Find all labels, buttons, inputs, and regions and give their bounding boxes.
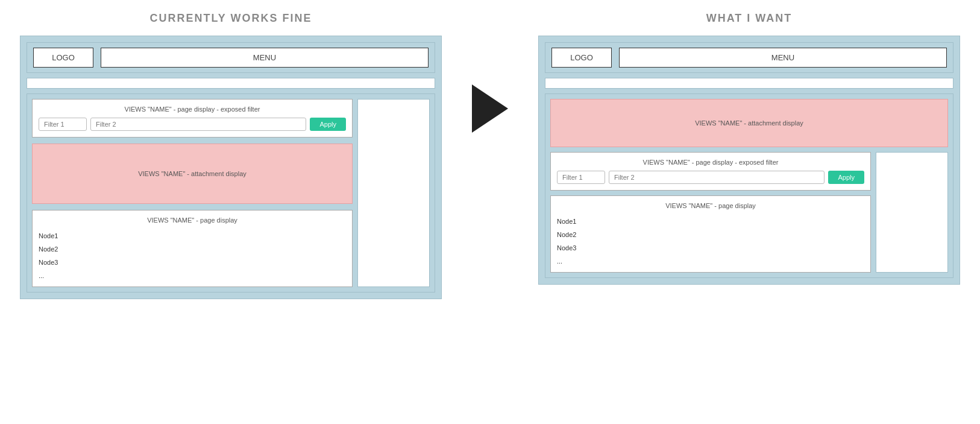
right-attachment-label: VIEWS "NAME" - attachment display (695, 119, 803, 127)
left-wireframe: LOGO MENU VIEWS "NAME" - page display - … (20, 36, 442, 299)
left-section: CURRENTLY WORKS FINE LOGO MENU VIEWS "NA… (20, 12, 442, 299)
left-filter-row: Apply (39, 118, 346, 131)
left-page-display-block: VIEWS "NAME" - page display Node1 Node2 … (32, 210, 353, 287)
left-sidebar (357, 99, 430, 287)
left-node-2: Node2 (39, 244, 346, 254)
right-filter-block: VIEWS "NAME" - page display - exposed fi… (550, 152, 871, 191)
left-filter2-input[interactable] (90, 118, 306, 131)
left-logo: LOGO (33, 48, 93, 68)
left-node-1: Node1 (39, 231, 346, 241)
left-filter-block: VIEWS "NAME" - page display - exposed fi… (32, 99, 353, 138)
left-menu: MENU (101, 48, 429, 68)
right-apply-button[interactable]: Apply (828, 171, 864, 184)
right-bottom-row: VIEWS "NAME" - page display - exposed fi… (550, 152, 948, 273)
left-page-display-title: VIEWS "NAME" - page display (39, 217, 346, 224)
right-page-display-title: VIEWS "NAME" - page display (557, 202, 864, 209)
left-filter1-input[interactable] (39, 118, 87, 131)
right-section-title: WHAT I WANT (706, 12, 793, 25)
left-attachment-block: VIEWS "NAME" - attachment display (32, 144, 353, 204)
right-attachment-block: VIEWS "NAME" - attachment display (550, 99, 948, 147)
right-bottom-left: VIEWS "NAME" - page display - exposed fi… (550, 152, 871, 273)
right-filter1-input[interactable] (557, 171, 605, 184)
left-content-area: VIEWS "NAME" - page display - exposed fi… (27, 93, 435, 293)
right-header: LOGO MENU (545, 42, 953, 73)
left-section-title: CURRENTLY WORKS FINE (149, 12, 312, 25)
right-content-area: VIEWS "NAME" - attachment display VIEWS … (545, 93, 953, 278)
right-node-2: Node2 (557, 230, 864, 239)
left-node-more: ... (39, 271, 346, 280)
right-filter2-input[interactable] (609, 171, 825, 184)
right-section: WHAT I WANT LOGO MENU VIEWS "NAME" - att… (538, 12, 960, 285)
right-sidebar (876, 152, 948, 273)
right-node-more: ... (557, 256, 864, 266)
right-page-display-block: VIEWS "NAME" - page display Node1 Node2 … (550, 195, 871, 273)
left-header: LOGO MENU (27, 42, 435, 73)
left-apply-button[interactable]: Apply (310, 118, 346, 131)
arrow-right-icon (472, 84, 508, 133)
right-filter-row: Apply (557, 171, 864, 184)
left-separator (27, 78, 435, 89)
right-filter-title: VIEWS "NAME" - page display - exposed fi… (557, 159, 864, 166)
right-menu: MENU (619, 48, 947, 68)
right-separator (545, 78, 953, 89)
main-container: CURRENTLY WORKS FINE LOGO MENU VIEWS "NA… (12, 12, 968, 299)
right-node-1: Node1 (557, 217, 864, 226)
right-wireframe: LOGO MENU VIEWS "NAME" - attachment disp… (538, 36, 960, 285)
right-logo: LOGO (551, 48, 612, 68)
left-main-col: VIEWS "NAME" - page display - exposed fi… (32, 99, 353, 287)
right-node-3: Node3 (557, 243, 864, 253)
left-node-3: Node3 (39, 258, 346, 267)
arrow-container (466, 12, 514, 133)
left-filter-title: VIEWS "NAME" - page display - exposed fi… (39, 106, 346, 113)
left-attachment-label: VIEWS "NAME" - attachment display (138, 170, 247, 177)
